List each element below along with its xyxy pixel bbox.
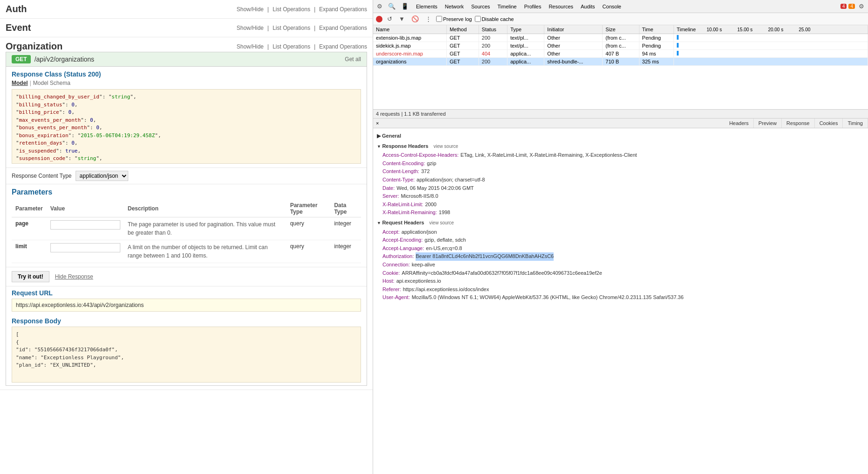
view-source-request[interactable]: view source (429, 220, 454, 225)
left-panel: Auth Show/Hide | List Operations | Expan… (0, 0, 373, 474)
get-all-link[interactable]: Get all (345, 56, 361, 63)
preserve-log-checkbox[interactable] (436, 16, 442, 22)
dt-audits[interactable]: Audits (577, 3, 599, 10)
detail-close-button[interactable]: × (373, 118, 382, 128)
more-icon[interactable]: ⋮ (424, 14, 433, 23)
header-key: Authorization: (382, 252, 414, 261)
table-row[interactable]: organizations GET 200 applica... shred-b… (373, 58, 868, 66)
preserve-log-label: Preserve log (436, 16, 472, 22)
model-schema-tab[interactable]: Model Schema (33, 80, 70, 86)
row-initiator: Other (544, 42, 603, 50)
refresh-icon[interactable]: ↺ (385, 14, 394, 23)
header-key: X-RateLimit-Limit: (382, 201, 423, 209)
param-limit-input[interactable] (50, 243, 120, 252)
event-expand-ops[interactable]: Expand Operations (319, 25, 367, 31)
response-headers-list: Access-Control-Expose-Headers: ETag, Lin… (377, 151, 864, 217)
detail-panel: × Headers Preview Response Cookies Timin… (373, 118, 868, 474)
filter-icon[interactable]: ▼ (397, 14, 407, 23)
auth-list-ops[interactable]: List Operations (272, 6, 310, 13)
row-status: 200 (479, 58, 507, 66)
disable-cache-text: Disable cache (482, 16, 514, 22)
hide-response-link[interactable]: Hide Response (55, 273, 93, 280)
model-code-block: "billing_changed_by_user_id": "string", … (12, 89, 361, 164)
org-actions: Show/Hide | List Operations | Expand Ope… (236, 43, 367, 50)
table-row[interactable]: extension-lib.js.map GET 200 text/pl... … (373, 34, 868, 42)
detail-tab-preview[interactable]: Preview (754, 118, 782, 128)
org-list-ops[interactable]: List Operations (272, 43, 310, 50)
view-source-response[interactable]: view source (434, 144, 458, 149)
dt-timeline[interactable]: Timeline (494, 3, 521, 10)
content-type-select[interactable]: application/json (76, 171, 128, 181)
detail-tab-response[interactable]: Response (782, 118, 815, 128)
header-key: Accept: (382, 228, 400, 237)
inspect-icon[interactable]: 🔍 (386, 2, 397, 11)
request-headers-title[interactable]: Request Headers view source (377, 219, 864, 227)
dt-resources[interactable]: Resources (545, 3, 577, 10)
header-value: Bearer 81a8ntCLd4c6nNb2f11vcnGQG6M8DnKBa… (416, 252, 554, 261)
device-icon[interactable]: 📱 (399, 2, 410, 11)
param-page-value-cell (47, 217, 124, 240)
settings-icon[interactable]: ⚙ (857, 2, 866, 11)
header-key: Date: (382, 184, 395, 193)
table-row[interactable]: sidekick.js.map GET 200 text/pl... Other… (373, 42, 868, 50)
auth-section: Auth Show/Hide | List Operations | Expan… (0, 0, 373, 19)
response-header-row: X-RateLimit-Remaining: 1998 (382, 209, 864, 217)
auth-show-hide[interactable]: Show/Hide (236, 6, 264, 13)
col-description: Description (124, 200, 286, 217)
auth-expand-ops[interactable]: Expand Operations (319, 6, 367, 13)
dt-network[interactable]: Network (441, 3, 467, 10)
content-type-row: Response Content Type application/json (6, 168, 367, 184)
detail-tab-headers[interactable]: Headers (724, 118, 754, 128)
dt-elements[interactable]: Elements (412, 3, 441, 10)
request-header-row: Authorization: Bearer 81a8ntCLd4c6nNb2f1… (382, 252, 864, 261)
disable-cache-checkbox[interactable] (475, 16, 481, 22)
model-tab[interactable]: Model (12, 80, 28, 86)
col-data-type: Data Type (330, 200, 361, 217)
header-key: X-RateLimit-Remaining: (382, 209, 437, 217)
row-status: 404 (479, 50, 507, 58)
header-value: keep-alive (412, 261, 435, 269)
header-value: 372 (421, 167, 430, 176)
request-header-row: Host: api.exceptionless.io (382, 277, 864, 286)
param-page-name: page (12, 217, 47, 240)
dt-console[interactable]: Console (599, 3, 625, 10)
detail-tab-timing[interactable]: Timing (843, 118, 868, 128)
network-table: Name Method Status Type Initiator Size T… (373, 25, 868, 66)
row-size: (from c... (603, 34, 639, 42)
try-it-button[interactable]: Try it out! (12, 271, 49, 282)
row-type: applica... (507, 50, 544, 58)
header-key: Referer: (382, 286, 401, 294)
param-page-input[interactable] (50, 220, 120, 230)
dt-profiles[interactable]: Profiles (521, 3, 545, 10)
row-initiator: shred-bundle-... (544, 58, 603, 66)
row-type: applica... (507, 58, 544, 66)
org-show-hide[interactable]: Show/Hide (236, 43, 264, 50)
event-show-hide[interactable]: Show/Hide (236, 25, 264, 31)
request-header-row: Connection: keep-alive (382, 261, 864, 269)
response-headers-title[interactable]: Response Headers view source (377, 142, 864, 151)
row-time: 325 ms (639, 58, 674, 66)
header-value: https://api.exceptionless.io/docs/index (403, 286, 489, 294)
devtools-close-icon[interactable]: ⚙ (375, 2, 384, 11)
response-header-row: X-RateLimit-Limit: 2000 (382, 201, 864, 209)
col-timeline: Timeline 10.00 s 15.00 s 20.00 s 25.00 (674, 25, 868, 34)
timeline-mark-2: 15.00 s (737, 27, 753, 32)
org-section: Organization Show/Hide | List Operations… (0, 37, 373, 390)
header-key: Cookie: (382, 269, 400, 278)
clear-icon[interactable]: 🚫 (410, 14, 421, 23)
org-expand-ops[interactable]: Expand Operations (319, 43, 367, 50)
request-headers-list: Accept: application/jsonAccept-Encoding:… (377, 228, 864, 302)
row-method: GET (446, 34, 479, 42)
response-class-section: Response Class (Status 200) Model | Mode… (6, 67, 367, 168)
request-header-row: Referer: https://api.exceptionless.io/do… (382, 286, 864, 294)
record-button[interactable] (376, 16, 382, 22)
col-size: Size (603, 25, 639, 34)
table-row[interactable]: underscore-min.map GET 404 applica... Ot… (373, 50, 868, 58)
detail-tab-cookies[interactable]: Cookies (815, 118, 843, 128)
row-time: Pending (639, 42, 674, 50)
general-section-title[interactable]: ▶ General (377, 132, 864, 140)
dt-sources[interactable]: Sources (467, 3, 493, 10)
col-parameter: Parameter (12, 200, 47, 217)
event-list-ops[interactable]: List Operations (272, 25, 310, 31)
endpoint-path: /api/v2/organizations (35, 56, 341, 63)
